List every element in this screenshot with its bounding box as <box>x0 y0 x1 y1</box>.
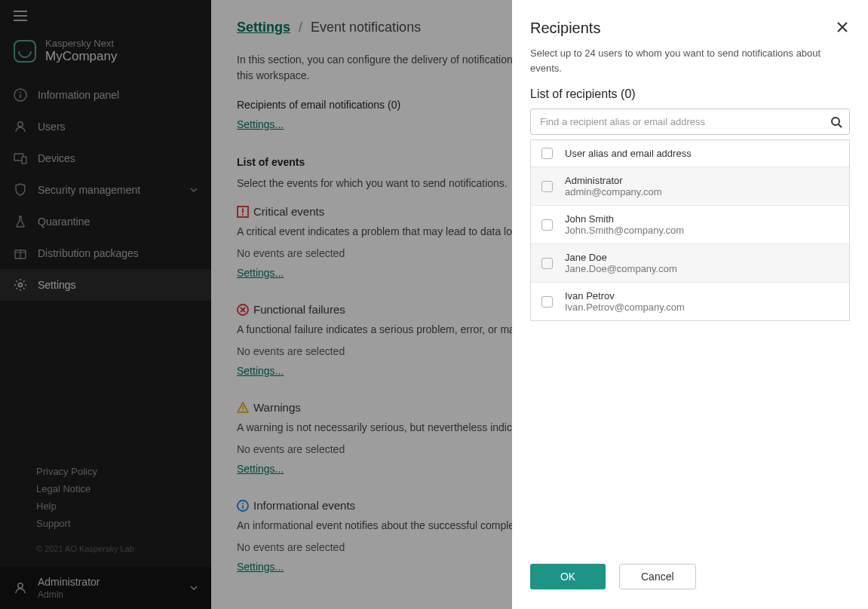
column-header: User alias and email address <box>565 148 692 159</box>
recipients-table: User alias and email address Administrat… <box>530 139 850 321</box>
cancel-button[interactable]: Cancel <box>619 564 696 589</box>
recipient-email: Jane.Doe@company.com <box>565 263 677 274</box>
table-row[interactable]: Ivan Petrov Ivan.Petrov@company.com <box>531 282 849 320</box>
close-icon <box>836 21 848 33</box>
recipient-alias: Ivan Petrov <box>565 290 685 301</box>
recipient-checkbox[interactable] <box>541 296 553 308</box>
recipient-alias: John Smith <box>565 213 684 225</box>
close-button[interactable] <box>835 20 850 35</box>
recipient-alias: Administrator <box>565 175 662 186</box>
recipient-checkbox[interactable] <box>541 258 553 269</box>
recipient-email: admin@company.com <box>565 186 662 197</box>
recipient-alias: Jane Doe <box>565 252 677 263</box>
recipient-email: John.Smith@company.com <box>565 225 684 236</box>
table-row[interactable]: John Smith John.Smith@company.com <box>531 205 849 243</box>
panel-title: Recipients <box>530 20 600 37</box>
recipients-panel: Recipients Select up to 24 users to whom… <box>512 0 868 609</box>
search-input[interactable] <box>530 109 850 135</box>
recipient-checkbox[interactable] <box>541 181 553 192</box>
list-of-recipients-header: List of recipients (0) <box>530 87 850 101</box>
recipient-email: Ivan.Petrov@company.com <box>565 301 685 313</box>
select-all-checkbox[interactable] <box>541 148 553 159</box>
table-row[interactable]: Administrator admin@company.com <box>531 167 849 205</box>
search-wrap <box>530 109 850 135</box>
ok-button[interactable]: OK <box>530 564 606 589</box>
search-icon[interactable] <box>830 116 842 128</box>
panel-description: Select up to 24 users to whom you want t… <box>530 46 850 75</box>
svg-point-18 <box>832 118 839 125</box>
panel-actions: OK Cancel <box>530 546 850 589</box>
table-header-row: User alias and email address <box>531 139 849 167</box>
recipient-checkbox[interactable] <box>541 219 553 231</box>
table-row[interactable]: Jane Doe Jane.Doe@company.com <box>531 243 849 282</box>
